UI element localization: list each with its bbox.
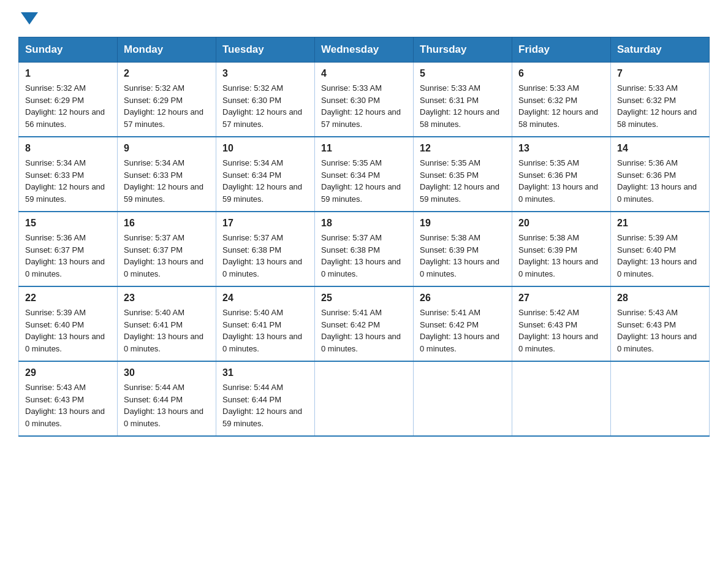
column-header-sunday: Sunday [19, 37, 118, 63]
sunset-text: Sunset: 6:30 PM [222, 96, 281, 105]
day-number: 12 [420, 141, 506, 156]
day-cell: 26 Sunrise: 5:41 AM Sunset: 6:42 PM Dayl… [414, 286, 512, 361]
daylight-text: Daylight: 13 hours and 0 minutes. [124, 257, 203, 278]
daylight-text: Daylight: 13 hours and 0 minutes. [25, 332, 105, 353]
sunset-text: Sunset: 6:34 PM [321, 170, 380, 180]
day-number: 2 [124, 66, 210, 81]
daylight-text: Daylight: 12 hours and 59 minutes. [222, 182, 302, 204]
day-cell: 27 Sunrise: 5:42 AM Sunset: 6:43 PM Dayl… [512, 286, 611, 361]
daylight-text: Daylight: 13 hours and 0 minutes. [420, 257, 499, 278]
daylight-text: Daylight: 12 hours and 59 minutes. [25, 182, 105, 204]
day-number: 29 [25, 366, 111, 380]
daylight-text: Daylight: 13 hours and 0 minutes. [617, 257, 697, 278]
sunset-text: Sunset: 6:37 PM [25, 245, 84, 255]
day-cell: 16 Sunrise: 5:37 AM Sunset: 6:37 PM Dayl… [118, 212, 216, 286]
day-cell: 24 Sunrise: 5:40 AM Sunset: 6:41 PM Dayl… [216, 286, 315, 361]
sunrise-text: Sunrise: 5:32 AM [222, 83, 283, 93]
day-number: 10 [222, 141, 308, 156]
sunset-text: Sunset: 6:32 PM [617, 96, 676, 105]
sunrise-text: Sunrise: 5:36 AM [25, 233, 86, 242]
day-number: 20 [518, 216, 604, 231]
daylight-text: Daylight: 13 hours and 0 minutes. [617, 182, 697, 204]
daylight-text: Daylight: 13 hours and 0 minutes. [222, 332, 302, 353]
day-cell: 28 Sunrise: 5:43 AM Sunset: 6:43 PM Dayl… [611, 286, 710, 361]
sunrise-text: Sunrise: 5:35 AM [518, 158, 579, 167]
day-number: 9 [124, 141, 210, 156]
week-row-2: 8 Sunrise: 5:34 AM Sunset: 6:33 PM Dayli… [19, 137, 710, 212]
day-number: 4 [321, 66, 407, 81]
day-number: 7 [617, 66, 703, 81]
sunset-text: Sunset: 6:34 PM [222, 170, 281, 180]
sunset-text: Sunset: 6:38 PM [321, 245, 380, 255]
day-cell: 12 Sunrise: 5:35 AM Sunset: 6:35 PM Dayl… [414, 137, 512, 212]
sunrise-text: Sunrise: 5:33 AM [420, 83, 480, 93]
sunrise-text: Sunrise: 5:43 AM [617, 308, 678, 317]
daylight-text: Daylight: 13 hours and 0 minutes. [518, 257, 598, 278]
day-cell: 18 Sunrise: 5:37 AM Sunset: 6:38 PM Dayl… [315, 212, 414, 286]
sunset-text: Sunset: 6:29 PM [124, 96, 183, 105]
day-cell: 15 Sunrise: 5:36 AM Sunset: 6:37 PM Dayl… [19, 212, 118, 286]
daylight-text: Daylight: 12 hours and 58 minutes. [518, 107, 598, 129]
day-number: 26 [420, 291, 506, 305]
day-cell: 29 Sunrise: 5:43 AM Sunset: 6:43 PM Dayl… [19, 361, 118, 436]
day-cell [611, 361, 710, 436]
sunrise-text: Sunrise: 5:38 AM [518, 233, 579, 242]
week-row-3: 15 Sunrise: 5:36 AM Sunset: 6:37 PM Dayl… [19, 212, 710, 286]
sunset-text: Sunset: 6:39 PM [420, 245, 479, 255]
column-header-saturday: Saturday [611, 37, 710, 63]
sunset-text: Sunset: 6:29 PM [25, 96, 84, 105]
sunset-text: Sunset: 6:33 PM [124, 170, 183, 180]
sunrise-text: Sunrise: 5:41 AM [420, 308, 480, 317]
day-cell: 3 Sunrise: 5:32 AM Sunset: 6:30 PM Dayli… [216, 63, 315, 137]
day-cell: 2 Sunrise: 5:32 AM Sunset: 6:29 PM Dayli… [118, 63, 216, 137]
sunrise-text: Sunrise: 5:32 AM [25, 83, 86, 93]
day-cell: 21 Sunrise: 5:39 AM Sunset: 6:40 PM Dayl… [611, 212, 710, 286]
sunset-text: Sunset: 6:32 PM [518, 96, 577, 105]
day-number: 19 [420, 216, 506, 231]
day-cell [512, 361, 611, 436]
day-number: 3 [222, 66, 308, 81]
logo-triangle-icon [21, 12, 38, 25]
sunset-text: Sunset: 6:31 PM [420, 96, 479, 105]
sunset-text: Sunset: 6:43 PM [518, 320, 577, 329]
daylight-text: Daylight: 13 hours and 0 minutes. [617, 332, 697, 353]
sunrise-text: Sunrise: 5:44 AM [222, 383, 283, 392]
daylight-text: Daylight: 12 hours and 57 minutes. [124, 107, 203, 129]
sunset-text: Sunset: 6:36 PM [617, 170, 676, 180]
day-cell: 13 Sunrise: 5:35 AM Sunset: 6:36 PM Dayl… [512, 137, 611, 212]
day-number: 21 [617, 216, 703, 231]
day-number: 23 [124, 291, 210, 305]
sunrise-text: Sunrise: 5:39 AM [617, 233, 678, 242]
sunrise-text: Sunrise: 5:37 AM [321, 233, 382, 242]
daylight-text: Daylight: 12 hours and 57 minutes. [222, 107, 302, 129]
daylight-text: Daylight: 13 hours and 0 minutes. [321, 332, 401, 353]
column-header-monday: Monday [118, 37, 216, 63]
sunrise-text: Sunrise: 5:34 AM [25, 158, 86, 167]
day-number: 15 [25, 216, 111, 231]
day-number: 17 [222, 216, 308, 231]
column-header-wednesday: Wednesday [315, 37, 414, 63]
day-cell: 8 Sunrise: 5:34 AM Sunset: 6:33 PM Dayli… [19, 137, 118, 212]
sunrise-text: Sunrise: 5:41 AM [321, 308, 382, 317]
day-cell: 19 Sunrise: 5:38 AM Sunset: 6:39 PM Dayl… [414, 212, 512, 286]
day-number: 5 [420, 66, 506, 81]
sunset-text: Sunset: 6:37 PM [124, 245, 183, 255]
daylight-text: Daylight: 12 hours and 56 minutes. [25, 107, 105, 129]
column-header-thursday: Thursday [414, 37, 512, 63]
day-number: 13 [518, 141, 604, 156]
day-cell [414, 361, 512, 436]
sunset-text: Sunset: 6:36 PM [518, 170, 577, 180]
daylight-text: Daylight: 13 hours and 0 minutes. [25, 257, 105, 278]
day-number: 18 [321, 216, 407, 231]
sunset-text: Sunset: 6:44 PM [124, 395, 183, 404]
sunset-text: Sunset: 6:42 PM [420, 320, 479, 329]
day-cell: 22 Sunrise: 5:39 AM Sunset: 6:40 PM Dayl… [19, 286, 118, 361]
day-cell: 4 Sunrise: 5:33 AM Sunset: 6:30 PM Dayli… [315, 63, 414, 137]
day-number: 1 [25, 66, 111, 81]
day-cell: 5 Sunrise: 5:33 AM Sunset: 6:31 PM Dayli… [414, 63, 512, 137]
daylight-text: Daylight: 12 hours and 59 minutes. [222, 407, 302, 428]
week-row-4: 22 Sunrise: 5:39 AM Sunset: 6:40 PM Dayl… [19, 286, 710, 361]
page-header [18, 12, 710, 26]
week-row-5: 29 Sunrise: 5:43 AM Sunset: 6:43 PM Dayl… [19, 361, 710, 436]
sunrise-text: Sunrise: 5:44 AM [124, 383, 184, 392]
